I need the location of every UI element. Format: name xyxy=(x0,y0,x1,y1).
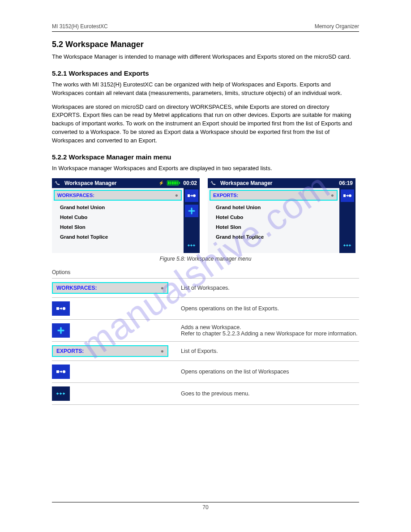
device-exports: Workspace Manager 06:19 EXPORTS: ● Grand… xyxy=(208,178,355,253)
workspaces-chip[interactable]: WORKSPACES: ● xyxy=(52,282,168,294)
list-item[interactable]: Grand hotel Toplice xyxy=(208,232,339,242)
svg-rect-0 xyxy=(188,194,190,197)
chip-label: EXPORTS: xyxy=(56,348,84,354)
toggle-workspace-icon[interactable] xyxy=(52,365,70,379)
option-row-toggle-exports: Opens operations on the list of Exports. xyxy=(52,298,359,320)
toggle-export-icon[interactable] xyxy=(52,301,70,316)
figure-caption: Figure 5.8: Workspace manager menu xyxy=(52,256,359,262)
device-screenshot-row: Workspace Manager ⚡ 00:02 WORKSPACES: ● … xyxy=(52,178,359,253)
option-desc: Opens operations on the list of Exports. xyxy=(181,305,359,312)
back-icon[interactable] xyxy=(210,180,218,186)
device-main-list: WORKSPACES: ● Grand hotel Union Hotel Cu… xyxy=(52,188,184,253)
add-icon[interactable] xyxy=(185,205,198,217)
device-sidebar xyxy=(184,188,200,253)
svg-point-3 xyxy=(349,194,351,197)
device-time: 00:02 xyxy=(183,180,197,186)
toggle-export-icon[interactable] xyxy=(185,189,198,202)
page-footer: 70 xyxy=(52,502,359,511)
exports-header-chip[interactable]: EXPORTS: ● xyxy=(210,190,338,201)
device-titlebar: Workspace Manager 06:19 xyxy=(208,178,355,188)
list-item[interactable]: Grand hotel Union xyxy=(52,202,184,212)
toggle-workspace-icon[interactable] xyxy=(341,189,354,202)
section-title-5-2-2: 5.2.2 Workspace Manager main menu xyxy=(52,153,359,161)
option-desc: List of Exports. xyxy=(181,348,359,354)
device-title: Workspace Manager xyxy=(64,180,156,186)
option-desc: Opens operations on the list of Workspac… xyxy=(181,369,359,375)
list-item[interactable]: Hotel Cubo xyxy=(52,212,184,222)
option-desc: Adds a new Workspace. Refer to chapter 5… xyxy=(181,324,359,337)
device-sidebar xyxy=(339,188,355,253)
workspaces-header-chip[interactable]: WORKSPACES: ● xyxy=(54,190,182,201)
charging-icon: ⚡ xyxy=(158,180,164,185)
option-row-add: Adds a new Workspace. Refer to chapter 5… xyxy=(52,320,359,342)
list-item[interactable]: Hotel Slon xyxy=(52,222,184,232)
section-5-2-1-p2: Workspaces are stored on microSD card on… xyxy=(52,103,359,145)
section-5-2-2-p1: In Workspace manager Workspaces and Expo… xyxy=(52,164,359,173)
svg-point-5 xyxy=(63,307,65,309)
device-title: Workspace Manager xyxy=(220,180,334,186)
option-row-exports: EXPORTS: ● List of Exports. xyxy=(52,342,359,361)
chip-dot: ● xyxy=(175,192,178,198)
footer-rule xyxy=(52,502,359,502)
battery-icon xyxy=(167,180,179,185)
list-item[interactable]: Hotel Slon xyxy=(208,222,339,232)
chip-dot: ● xyxy=(161,348,164,354)
device-titlebar: Workspace Manager ⚡ 00:02 xyxy=(52,178,200,188)
option-row-toggle-workspaces: Opens operations on the list of Workspac… xyxy=(52,361,359,383)
exports-chip[interactable]: EXPORTS: ● xyxy=(52,345,168,357)
option-desc: Goes to the previous menu. xyxy=(181,390,359,397)
device-time: 06:19 xyxy=(339,180,353,186)
svg-rect-6 xyxy=(56,370,59,373)
option-desc: List of Workspaces. xyxy=(181,285,359,291)
option-row-prev: Goes to the previous menu. xyxy=(52,383,359,405)
svg-point-1 xyxy=(193,194,196,197)
header-rule xyxy=(52,31,359,32)
options-heading: Options xyxy=(52,269,359,275)
back-icon[interactable] xyxy=(55,180,62,186)
chip-label: WORKSPACES: xyxy=(56,285,97,291)
chip-label: EXPORTS: xyxy=(213,193,238,198)
svg-rect-4 xyxy=(56,307,59,310)
option-row-workspaces: WORKSPACES: ● List of Workspaces. xyxy=(52,279,359,298)
device-main-list: EXPORTS: ● Grand hotel Union Hotel Cubo … xyxy=(208,188,339,253)
section-title-5-2-1: 5.2.1 Workspaces and Exports xyxy=(52,69,359,77)
chip-dot: ● xyxy=(331,192,334,198)
list-item[interactable]: Grand hotel Toplice xyxy=(52,232,184,242)
header-left: MI 3152(H) EurotestXC xyxy=(52,23,108,30)
section-5-2-1-p1: The works with MI 3152(H) EurotestXC can… xyxy=(52,81,359,98)
svg-point-7 xyxy=(63,370,65,373)
list-item[interactable]: Grand hotel Union xyxy=(208,202,339,212)
device-workspaces: Workspace Manager ⚡ 00:02 WORKSPACES: ● … xyxy=(52,178,200,253)
chip-dot: ● xyxy=(161,285,164,291)
options-table: WORKSPACES: ● List of Workspaces. Opens … xyxy=(52,278,359,405)
list-item[interactable]: Hotel Cubo xyxy=(208,212,339,222)
section-5-2-p1: The Workspace Manager is intended to man… xyxy=(52,53,359,61)
svg-rect-2 xyxy=(343,194,346,197)
page-number: 70 xyxy=(52,504,359,511)
section-title-5-2: 5.2 Workspace Manager xyxy=(52,40,359,49)
add-icon[interactable] xyxy=(52,323,70,338)
chip-label: WORKSPACES: xyxy=(57,193,94,198)
prev-icon[interactable] xyxy=(341,239,354,252)
page-header: MI 3152(H) EurotestXC Memory Organizer xyxy=(52,23,359,30)
prev-icon[interactable] xyxy=(52,386,70,401)
header-right: Memory Organizer xyxy=(315,23,359,30)
prev-icon[interactable] xyxy=(185,239,198,252)
